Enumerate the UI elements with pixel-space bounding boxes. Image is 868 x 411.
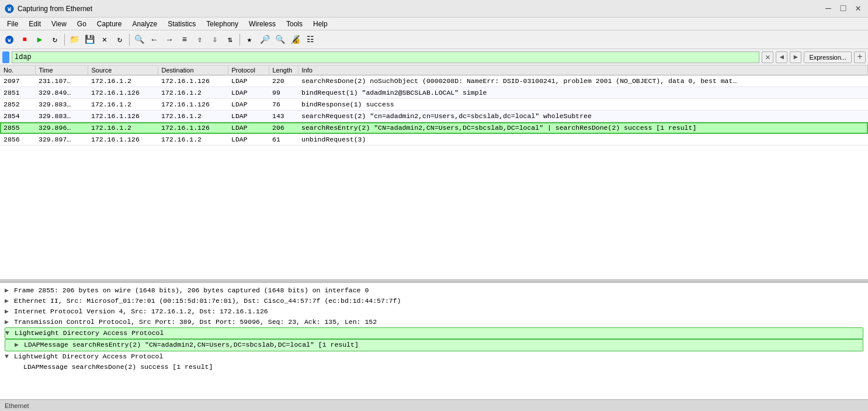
prev-button[interactable]: ← bbox=[147, 33, 161, 47]
zoom-out-button[interactable]: 🔍 bbox=[273, 33, 287, 47]
goto-button[interactable]: ≡ bbox=[178, 33, 192, 47]
close-capture-button[interactable]: ✕ bbox=[98, 33, 112, 47]
col-header-proto[interactable]: Protocol bbox=[228, 65, 269, 75]
last-button[interactable]: ⇩ bbox=[208, 33, 222, 47]
detail-text: Frame 2855: 206 bytes on wire (1648 bits… bbox=[14, 286, 863, 295]
toolbar-sep-2 bbox=[129, 34, 130, 46]
table-cell: 2097 bbox=[0, 75, 35, 87]
col-header-time[interactable]: Time bbox=[35, 65, 88, 75]
minimize-button[interactable]: — bbox=[823, 4, 834, 13]
expand-icon[interactable]: ▶ bbox=[5, 307, 14, 316]
collapse-icon[interactable]: ▼ bbox=[5, 352, 14, 361]
col-header-info[interactable]: Info bbox=[298, 65, 868, 75]
col-header-src[interactable]: Source bbox=[88, 65, 158, 75]
collapse-icon[interactable]: ▼ bbox=[5, 329, 15, 338]
table-cell: 329.897… bbox=[35, 134, 88, 146]
col-header-no[interactable]: No. bbox=[0, 65, 35, 75]
menu-item-statistics[interactable]: Statistics bbox=[163, 19, 200, 29]
col-header-dst[interactable]: Destination bbox=[158, 65, 228, 75]
toolbar: W ■ ▶ ↻ 📁 💾 ✕ ↻ 🔍 ← → ≡ ⇧ ⇩ ⇅ ★ 🔎 🔍 🔏 ☷ bbox=[0, 30, 868, 49]
packet-list[interactable]: No. Time Source Destination Protocol Len… bbox=[0, 65, 868, 279]
packet-table-header: No. Time Source Destination Protocol Len… bbox=[0, 65, 868, 75]
expression-button[interactable]: Expression... bbox=[804, 51, 852, 63]
table-cell: 329.896… bbox=[35, 122, 88, 134]
table-row[interactable]: 2856329.897…172.16.1.126172.16.1.2LDAP61… bbox=[0, 134, 868, 146]
resize-columns-button[interactable]: ☷ bbox=[303, 33, 317, 47]
detail-line[interactable]: ▶LDAPMessage searchResEntry(2) "CN=adadm… bbox=[5, 339, 863, 351]
menu-item-edit[interactable]: Edit bbox=[24, 19, 46, 29]
zoom-reset-button[interactable]: 🔏 bbox=[288, 33, 302, 47]
status-bar: Ethernet bbox=[0, 399, 868, 411]
packet-table: No. Time Source Destination Protocol Len… bbox=[0, 65, 868, 146]
table-cell: 231.107… bbox=[35, 75, 88, 87]
table-cell: 172.16.1.126 bbox=[158, 75, 228, 87]
detail-line[interactable]: ▶Frame 2855: 206 bytes on wire (1648 bit… bbox=[5, 285, 863, 296]
detail-line[interactable]: ▶Transmission Control Protocol, Src Port… bbox=[5, 317, 863, 327]
status-text: Ethernet bbox=[5, 402, 29, 409]
first-button[interactable]: ⇧ bbox=[193, 33, 207, 47]
table-cell: 329.883… bbox=[35, 99, 88, 110]
table-row[interactable]: 2855329.896…172.16.1.2172.16.1.126LDAP20… bbox=[0, 122, 868, 134]
find-button[interactable]: 🔍 bbox=[132, 33, 146, 47]
scroll-button[interactable]: ⇅ bbox=[223, 33, 237, 47]
table-row[interactable]: 2851329.849…172.16.1.126172.16.1.2LDAP99… bbox=[0, 87, 868, 99]
packet-details: ▶Frame 2855: 206 bytes on wire (1648 bit… bbox=[0, 282, 868, 399]
menu-item-capture[interactable]: Capture bbox=[92, 19, 127, 29]
menu-item-help[interactable]: Help bbox=[308, 19, 332, 29]
filter-add-button[interactable]: + bbox=[854, 51, 866, 63]
table-cell: 220 bbox=[269, 75, 298, 87]
detail-line[interactable]: ▼Lightweight Directory Access Protocol bbox=[5, 327, 863, 339]
detail-line[interactable]: ▼Lightweight Directory Access Protocol bbox=[5, 351, 863, 362]
table-cell: 329.883… bbox=[35, 110, 88, 122]
table-cell: 99 bbox=[269, 87, 298, 99]
filter-input[interactable] bbox=[12, 51, 759, 63]
table-row[interactable]: 2854329.883…172.16.1.126172.16.1.2LDAP14… bbox=[0, 110, 868, 122]
maximize-button[interactable]: □ bbox=[838, 4, 849, 13]
window-controls[interactable]: — □ ✕ bbox=[823, 4, 863, 13]
detail-text: Transmission Control Protocol, Src Port:… bbox=[14, 317, 863, 327]
table-cell: LDAP bbox=[228, 75, 269, 87]
expand-icon[interactable]: ▶ bbox=[5, 317, 14, 327]
expand-icon[interactable]: ▶ bbox=[5, 286, 14, 295]
table-cell: 172.16.1.126 bbox=[88, 87, 158, 99]
table-cell: 172.16.1.2 bbox=[158, 87, 228, 99]
menu-item-telephony[interactable]: Telephony bbox=[202, 19, 243, 29]
detail-text: Internet Protocol Version 4, Src: 172.16… bbox=[14, 307, 863, 316]
restart-capture-button[interactable]: ↻ bbox=[48, 33, 62, 47]
menu-item-go[interactable]: Go bbox=[72, 19, 91, 29]
expand-icon[interactable]: ▶ bbox=[15, 340, 24, 350]
filter-clear-button[interactable]: ✕ bbox=[762, 51, 773, 63]
menu-item-wireless[interactable]: Wireless bbox=[244, 19, 280, 29]
menu-item-file[interactable]: File bbox=[2, 19, 23, 29]
open-button[interactable]: 📁 bbox=[67, 33, 81, 47]
table-cell: 76 bbox=[269, 99, 298, 110]
filter-arrow-right-button[interactable]: ▶ bbox=[790, 51, 801, 63]
detail-line: LDAPMessage searchResDone(2) success [1 … bbox=[5, 362, 863, 372]
table-cell: searchResEntry(2) "CN=adadmin2,CN=Users,… bbox=[298, 122, 868, 134]
menu-item-analyze[interactable]: Analyze bbox=[128, 19, 162, 29]
detail-text: LDAPMessage searchResEntry(2) "CN=adadmi… bbox=[24, 340, 863, 350]
table-cell: 143 bbox=[269, 110, 298, 122]
table-row[interactable]: 2097231.107…172.16.1.2172.16.1.126LDAP22… bbox=[0, 75, 868, 87]
table-cell: LDAP bbox=[228, 134, 269, 146]
close-button[interactable]: ✕ bbox=[853, 4, 863, 13]
table-cell: 2854 bbox=[0, 110, 35, 122]
expand-icon[interactable]: ▶ bbox=[5, 296, 14, 306]
detail-line[interactable]: ▶Ethernet II, Src: Microsof_01:7e:01 (00… bbox=[5, 296, 863, 306]
menu-item-view[interactable]: View bbox=[47, 19, 71, 29]
save-button[interactable]: 💾 bbox=[82, 33, 96, 47]
stop-capture-button[interactable]: ■ bbox=[18, 33, 32, 47]
zoom-in-button[interactable]: 🔎 bbox=[258, 33, 272, 47]
table-cell: unbindRequest(3) bbox=[298, 134, 868, 146]
col-header-len[interactable]: Length bbox=[269, 65, 298, 75]
detail-line[interactable]: ▶Internet Protocol Version 4, Src: 172.1… bbox=[5, 306, 863, 317]
next-button[interactable]: → bbox=[162, 33, 176, 47]
filter-bar: ✕ ◀ ▶ Expression... + bbox=[0, 49, 868, 65]
filter-arrow-left-button[interactable]: ◀ bbox=[776, 51, 787, 63]
table-row[interactable]: 2852329.883…172.16.1.2172.16.1.126LDAP76… bbox=[0, 99, 868, 110]
detail-text: Ethernet II, Src: Microsof_01:7e:01 (00:… bbox=[14, 296, 863, 306]
reload-button[interactable]: ↻ bbox=[113, 33, 127, 47]
colorize-button[interactable]: ★ bbox=[242, 33, 256, 47]
start-capture-button[interactable]: ▶ bbox=[33, 33, 47, 47]
menu-item-tools[interactable]: Tools bbox=[282, 19, 307, 29]
